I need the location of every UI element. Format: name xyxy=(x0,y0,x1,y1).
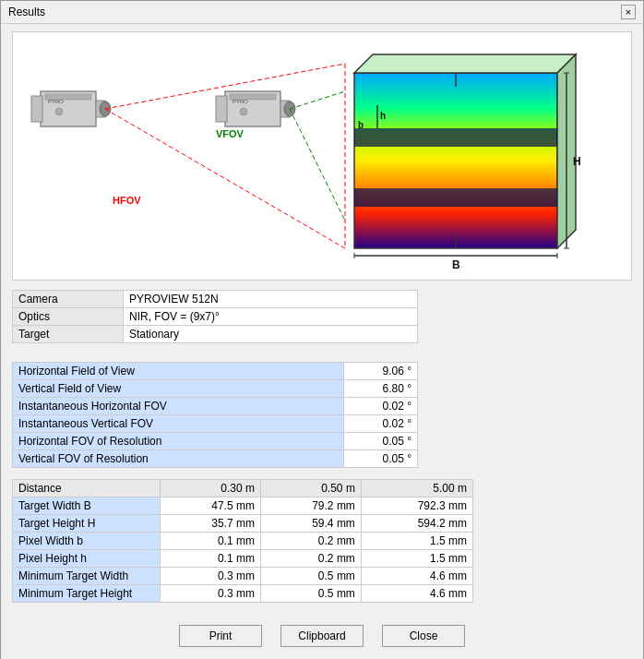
print-button[interactable]: Print xyxy=(179,625,262,647)
diagram-svg: PYRO PYRO HFOV VFO xyxy=(13,32,631,280)
fov-row: Instantaneous Horizontal FOV0.02 ° xyxy=(13,398,418,415)
fov-label: Horizontal Field of View xyxy=(13,363,344,380)
dist-row-label: Pixel Height h xyxy=(13,550,161,568)
button-row: Print Clipboard Close xyxy=(12,617,632,654)
dist-data-row: Target Height H 35.7 mm 59.4 mm 594.2 mm xyxy=(13,515,473,533)
info-value: Stationary xyxy=(124,326,418,343)
dist-cell-v3: 1.5 mm xyxy=(361,550,472,568)
fov-value: 0.05 ° xyxy=(344,433,418,450)
dist-header-row: Distance0.30 m0.50 m5.00 m xyxy=(13,480,473,497)
svg-rect-3 xyxy=(31,96,42,122)
svg-rect-26 xyxy=(354,188,557,207)
dist-cell-v1: 0.1 mm xyxy=(161,533,261,550)
dist-header-cell: 5.00 m xyxy=(361,480,472,497)
svg-text:B: B xyxy=(452,258,460,271)
dist-data-row: Minimum Target Height 0.3 mm 0.5 mm 4.6 … xyxy=(13,585,473,603)
dist-cell-v1: 0.3 mm xyxy=(161,585,261,603)
info-row: TargetStationary xyxy=(13,326,418,343)
fov-value: 0.02 ° xyxy=(344,415,418,433)
fov-label: Vertical FOV of Resolution xyxy=(13,450,344,468)
info-label: Camera xyxy=(13,291,124,308)
fov-label: Vertical Field of View xyxy=(13,380,344,398)
dist-cell-v2: 0.5 mm xyxy=(260,585,361,603)
window-title: Results xyxy=(8,6,45,18)
dist-cell-v3: 594.2 mm xyxy=(361,515,472,533)
dist-cell-v1: 0.1 mm xyxy=(161,550,261,568)
results-window: Results × PYRO xyxy=(0,0,644,659)
clipboard-button[interactable]: Clipboard xyxy=(280,625,364,647)
dist-cell-v1: 0.3 mm xyxy=(161,568,261,585)
dist-row-label: Minimum Target Width xyxy=(13,568,161,585)
svg-text:VFOV: VFOV xyxy=(216,128,244,139)
dist-cell-v3: 1.5 mm xyxy=(361,533,472,550)
svg-text:h: h xyxy=(380,111,386,121)
info-value: NIR, FOV = (9x7)° xyxy=(124,308,418,326)
dist-cell-v1: 35.7 mm xyxy=(161,515,261,533)
info-value: PYROVIEW 512N xyxy=(124,291,418,308)
info-table: CameraPYROVIEW 512NOpticsNIR, FOV = (9x7… xyxy=(12,290,418,343)
fov-table: Horizontal Field of View9.06 °Vertical F… xyxy=(12,362,418,468)
dist-cell-v2: 0.5 mm xyxy=(260,568,361,585)
fov-value: 0.05 ° xyxy=(344,450,418,468)
fov-row: Horizontal Field of View9.06 ° xyxy=(13,363,418,380)
dist-row-label: Minimum Target Height xyxy=(13,585,161,603)
main-content: PYRO PYRO HFOV VFO xyxy=(1,24,643,659)
svg-text:PYRO: PYRO xyxy=(233,99,248,104)
svg-text:H: H xyxy=(573,155,581,168)
dist-data-row: Minimum Target Width 0.3 mm 0.5 mm 4.6 m… xyxy=(13,568,473,585)
distance-table: Distance0.30 m0.50 m5.00 m Target Width … xyxy=(12,479,473,603)
fov-label: Instantaneous Vertical FOV xyxy=(13,415,344,433)
dist-cell-v2: 0.2 mm xyxy=(260,550,361,568)
dist-cell-v1: 47.5 mm xyxy=(161,497,261,515)
diagram-area: PYRO PYRO HFOV VFO xyxy=(12,31,632,281)
dist-cell-v3: 792.3 mm xyxy=(361,497,472,515)
close-window-button[interactable]: × xyxy=(621,5,636,19)
dist-row-label: Target Height H xyxy=(13,515,161,533)
fov-row: Vertical Field of View6.80 ° xyxy=(13,380,418,398)
dist-data-row: Pixel Width b 0.1 mm 0.2 mm 1.5 mm xyxy=(13,533,473,550)
fov-value: 9.06 ° xyxy=(344,363,418,380)
dist-cell-v2: 59.4 mm xyxy=(260,515,361,533)
dist-row-label: Pixel Width b xyxy=(13,533,161,550)
svg-rect-25 xyxy=(354,128,557,147)
fov-label: Horizontal FOV of Resolution xyxy=(13,433,344,450)
info-row: CameraPYROVIEW 512N xyxy=(13,291,418,308)
fov-row: Vertical FOV of Resolution0.05 ° xyxy=(13,450,418,468)
dist-header-cell: 0.50 m xyxy=(260,480,361,497)
info-label: Target xyxy=(13,326,124,343)
svg-point-13 xyxy=(240,108,247,115)
svg-point-6 xyxy=(55,108,63,115)
dist-header-cell: Distance xyxy=(13,480,161,497)
dist-cell-v3: 4.6 mm xyxy=(361,585,472,603)
info-row: OpticsNIR, FOV = (9x7)° xyxy=(13,308,418,326)
dist-row-label: Target Width B xyxy=(13,497,161,515)
dist-cell-v3: 4.6 mm xyxy=(361,568,472,585)
svg-marker-22 xyxy=(354,73,557,248)
close-button[interactable]: Close xyxy=(382,625,465,647)
svg-marker-23 xyxy=(354,54,576,73)
dist-cell-v2: 79.2 mm xyxy=(260,497,361,515)
title-bar: Results × xyxy=(1,1,643,24)
fov-label: Instantaneous Horizontal FOV xyxy=(13,398,344,415)
svg-text:PYRO: PYRO xyxy=(48,99,64,104)
fov-value: 0.02 ° xyxy=(344,398,418,415)
dist-header-cell: 0.30 m xyxy=(161,480,261,497)
fov-row: Horizontal FOV of Resolution0.05 ° xyxy=(13,433,418,450)
info-label: Optics xyxy=(13,308,124,326)
svg-rect-10 xyxy=(216,96,227,122)
dist-data-row: Target Width B 47.5 mm 79.2 mm 792.3 mm xyxy=(13,497,473,515)
svg-text:b: b xyxy=(358,120,364,130)
fov-value: 6.80 ° xyxy=(344,380,418,398)
svg-text:HFOV: HFOV xyxy=(113,195,141,206)
fov-row: Instantaneous Vertical FOV0.02 ° xyxy=(13,415,418,433)
dist-data-row: Pixel Height h 0.1 mm 0.2 mm 1.5 mm xyxy=(13,550,473,568)
dist-cell-v2: 0.2 mm xyxy=(260,533,361,550)
